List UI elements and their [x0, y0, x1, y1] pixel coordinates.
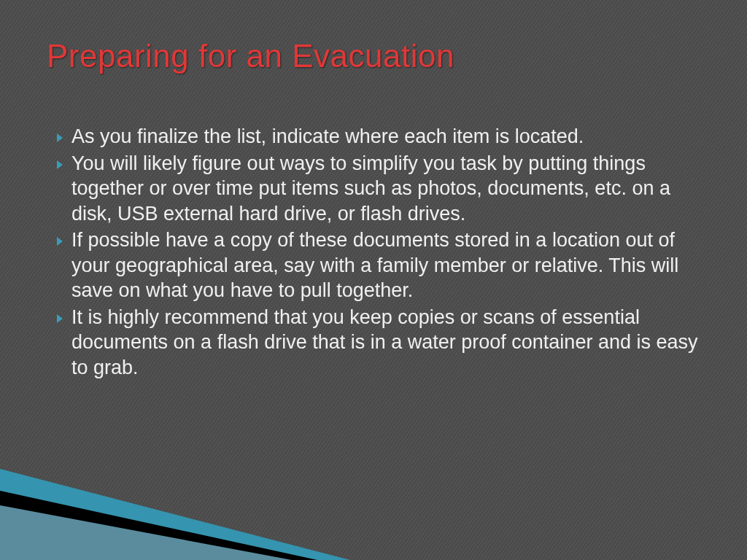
bullet-arrow-icon	[57, 159, 71, 172]
bullet-text: You will likely figure out ways to simpl…	[71, 151, 702, 227]
bullet-text: As you finalize the list, indicate where…	[71, 124, 584, 149]
bullet-arrow-icon	[57, 132, 71, 145]
bullet-arrow-icon	[57, 313, 71, 326]
bullet-text: If possible have a copy of these documen…	[71, 228, 702, 303]
bullet-arrow-icon	[57, 236, 71, 249]
list-item: It is highly recommend that you keep cop…	[57, 305, 702, 381]
list-item: If possible have a copy of these documen…	[57, 228, 702, 303]
bullet-text: It is highly recommend that you keep cop…	[71, 305, 702, 381]
list-item: You will likely figure out ways to simpl…	[57, 151, 702, 227]
slide-title: Preparing for an Evacuation	[47, 38, 454, 74]
bullet-list: As you finalize the list, indicate where…	[57, 124, 702, 381]
list-item: As you finalize the list, indicate where…	[57, 124, 702, 149]
